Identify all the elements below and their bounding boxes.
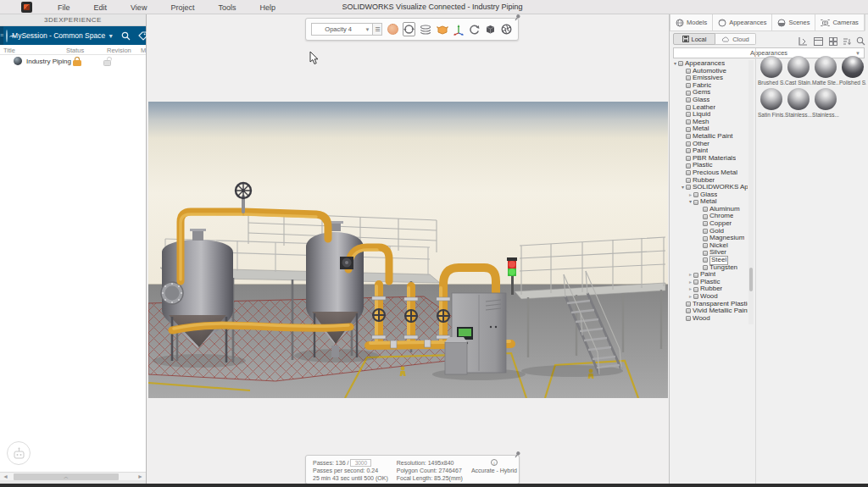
pin-icon[interactable] [514, 451, 521, 458]
search-icon[interactable] [121, 31, 131, 41]
import-box-icon[interactable] [436, 22, 448, 36]
rotate-icon[interactable] [469, 22, 481, 36]
tree-item-precious-metal[interactable]: Precious Metal [671, 169, 748, 177]
appearance-thumb-stainless-2[interactable]: Stainless... [812, 88, 839, 118]
panel-view-icon[interactable] [814, 34, 824, 44]
column-title[interactable]: Title [3, 47, 15, 54]
opacity-list-button[interactable]: ☰ [373, 23, 382, 36]
tree-item-glass[interactable]: Glass [671, 97, 748, 104]
tree-item-sw-glass[interactable]: ▸Glass [671, 191, 748, 199]
chevron-down-icon[interactable]: ▼ [108, 33, 114, 39]
scroll-left-icon[interactable]: ◄ [3, 473, 8, 479]
tree-item-gold[interactable]: Gold [671, 228, 748, 235]
tree-item-vivid-metallic-paint[interactable]: Vivid Metallic Paint [671, 307, 748, 315]
render-viewport[interactable]: Opacity 4 ▼ ☰ [147, 14, 670, 484]
column-more[interactable]: M [141, 47, 146, 54]
tree-item-pbr-materials[interactable]: PBR Materials [671, 155, 748, 163]
scrollbar-thumb[interactable] [749, 268, 753, 291]
tree-item-copper[interactable]: Copper [671, 220, 748, 228]
column-revision[interactable]: Revision [107, 47, 131, 54]
scrollbar-thumb[interactable]: ︿ [14, 473, 119, 480]
orbit-tool-icon[interactable] [403, 22, 415, 36]
tree-item-steel[interactable]: Steel [671, 257, 748, 264]
tree-item-tungsten[interactable]: Tungsten [671, 264, 748, 272]
menu-tools[interactable]: Tools [216, 3, 237, 12]
tree-item-fabric[interactable]: Fabric [671, 82, 748, 90]
tree-item-chrome[interactable]: Chrome [671, 213, 748, 220]
expander-icon[interactable]: ▸ [687, 191, 693, 199]
tree-item-solidworks-appearances[interactable]: ▾SOLIDWORKS Appearances [671, 184, 748, 191]
tab-models[interactable]: Models [670, 14, 713, 31]
tab-cameras[interactable]: Cameras [815, 14, 864, 31]
menu-view[interactable]: View [129, 3, 148, 12]
panel-divider[interactable] [755, 48, 756, 487]
expander-icon[interactable]: ▾ [680, 184, 686, 191]
tree-item-emissives[interactable]: Emissives [671, 75, 748, 82]
session-label[interactable]: MySession - Common Space [12, 31, 105, 40]
menu-file[interactable]: File [56, 3, 72, 12]
tree-scrollbar[interactable] [748, 60, 754, 324]
tab-libraries[interactable]: Libraries [865, 14, 868, 31]
search-icon[interactable] [856, 34, 866, 44]
sort-icon[interactable] [843, 34, 853, 44]
tree-item-metallic-paint[interactable]: Metallic Paint [671, 133, 748, 141]
tree-item-sw-metal[interactable]: ▾Metal [671, 198, 748, 206]
assistant-button[interactable] [7, 441, 31, 465]
tree-item-automotive[interactable]: Automotive [671, 68, 748, 75]
tree-item-appearances[interactable]: ▾Appearances [671, 60, 748, 68]
selection-sphere-icon[interactable] [387, 22, 398, 36]
tree-item-magnesium[interactable]: Magnesium [671, 235, 748, 242]
scroll-right-icon[interactable]: ► [137, 473, 143, 479]
expander-icon[interactable]: ▾ [687, 198, 693, 206]
info-icon[interactable]: i [491, 459, 498, 466]
tree-item-leather[interactable]: Leather [671, 104, 748, 112]
layers-icon[interactable] [420, 22, 431, 36]
tree-item-gems[interactable]: Gems [671, 89, 748, 97]
session-item-row[interactable]: Industry Piping [0, 55, 146, 68]
tree-item-sw-rubber[interactable]: ▸Rubber [671, 285, 748, 293]
tree-item-sw-wood[interactable]: ▸Wood [671, 293, 748, 301]
horizontal-scrollbar[interactable]: ◄ ︿ ► [0, 472, 146, 480]
appearance-thumb-polished-steel[interactable]: Polished S... [839, 56, 866, 86]
item-title[interactable]: Industry Piping [26, 58, 71, 65]
tree-item-metal[interactable]: Metal [671, 125, 748, 133]
tree-item-wood[interactable]: Wood [671, 315, 748, 323]
tree-item-liquid[interactable]: Liquid [671, 111, 748, 119]
compass-icon[interactable] [6, 30, 8, 42]
tree-item-plastic[interactable]: Plastic [671, 162, 748, 169]
tree-item-sw-paint[interactable]: ▸Paint [671, 271, 748, 279]
column-status[interactable]: Status [66, 47, 84, 54]
expander-icon[interactable]: ▸ [687, 279, 693, 286]
tree-item-paint[interactable]: Paint [671, 147, 748, 155]
tree-item-transparent-plastic[interactable]: Transparent Plastic [671, 301, 748, 308]
menu-edit[interactable]: Edit [92, 3, 109, 12]
cube-icon[interactable] [485, 22, 497, 36]
tree-item-other[interactable]: Other [671, 141, 748, 148]
cloud-toggle[interactable]: Cloud [715, 33, 756, 45]
grid-view-icon[interactable] [829, 34, 839, 44]
passes-limit-input[interactable] [350, 459, 371, 467]
appearance-thumb-cast-stainless[interactable]: Cast Stain... [785, 56, 812, 86]
render-scene[interactable] [148, 102, 668, 398]
appearance-thumb-satin-finish[interactable]: Satin Finis... [758, 88, 785, 118]
tree-item-aluminum[interactable]: Aluminum [671, 206, 748, 213]
tab-appearances[interactable]: Appearances [713, 14, 772, 31]
appearance-thumb-matte-steel[interactable]: Matte Ste... [812, 56, 839, 86]
expander-icon[interactable]: ▸ [687, 293, 693, 301]
expander-icon[interactable]: ▸ [687, 285, 693, 293]
appearance-thumb-stainless-1[interactable]: Stainless... [785, 88, 812, 118]
panel-grip-icon[interactable]: ≡ [0, 26, 3, 45]
menu-project[interactable]: Project [169, 3, 196, 12]
tree-item-mesh[interactable]: Mesh [671, 119, 748, 126]
expander-icon[interactable]: ▸ [687, 271, 693, 279]
move-triad-icon[interactable] [453, 22, 465, 36]
import-icon[interactable] [798, 34, 809, 44]
tree-item-rubber[interactable]: Rubber [671, 177, 748, 185]
tree-item-sw-plastic[interactable]: ▸Plastic [671, 279, 748, 286]
pin-icon[interactable] [514, 14, 521, 21]
tab-scenes[interactable]: Scenes [772, 14, 815, 31]
menu-help[interactable]: Help [258, 3, 277, 12]
expander-icon[interactable]: ▾ [672, 60, 678, 68]
opacity-dropdown[interactable]: Opacity 4 ▼ [311, 23, 373, 36]
appearance-thumb-brushed-steel[interactable]: Brushed S... [758, 56, 785, 86]
